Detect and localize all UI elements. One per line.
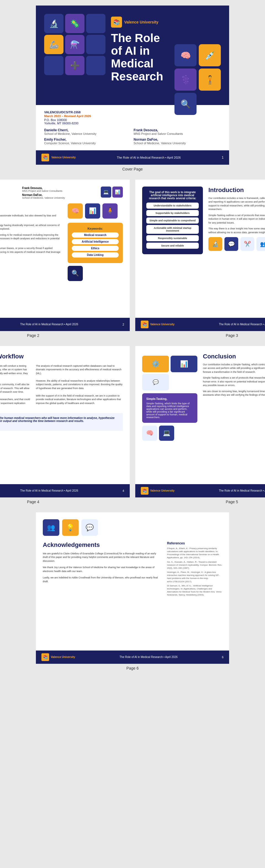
header-chart-icon: 📊 xyxy=(112,187,123,197)
magnifier-icon: 🔍 xyxy=(174,93,197,115)
footer-logo: 📚 Valence University xyxy=(41,154,76,161)
p6-top-icons: 👥 💡 💬 xyxy=(43,519,222,536)
page2-header: Danielle Cherri, School of Medicine, Val… xyxy=(0,187,123,199)
page5-content: ⚙️ 📊 💬 Simple-Tasking, Simple-Tasking, w… xyxy=(135,346,265,484)
author-4: Norman DaFoe, School of Medicine, Valenc… xyxy=(134,137,221,145)
plus-icon: ➕ xyxy=(65,56,85,75)
caduceus-icon: ⚕️ xyxy=(174,68,197,91)
page5-wrapper: ⚙️ 📊 💬 Simple-Tasking, Simple-Tasking, w… xyxy=(135,346,265,504)
page6-footer: 📚 Valence University The Role of AI in M… xyxy=(36,651,229,664)
page6-content: 👥 💡 💬 Acknowledgements We are grateful t… xyxy=(36,513,229,651)
criteria-5: Responsibly sustainable xyxy=(146,235,199,241)
robot-arm-icon: 🦾 xyxy=(44,35,64,54)
p3-footer-logo-icon: 📚 xyxy=(141,320,148,328)
simple-tasking-box: Simple-Tasking, Simple-Tasking, which li… xyxy=(142,393,197,423)
p2-search-icon: 🔍 xyxy=(68,266,83,281)
p6-icon-3: 💬 xyxy=(81,519,98,536)
empty-tile xyxy=(86,14,105,33)
workflow-quote: " We see AI as a means to bolster the hu… xyxy=(0,413,123,431)
workflow-para4: However, the ability of medical research… xyxy=(36,379,123,391)
goal-section: The goal of this work is to integrate ar… xyxy=(142,187,203,257)
ack-layout: Acknowledgements We are grateful to Clai… xyxy=(43,541,222,598)
workflow-para6: With the support of AI in the field of m… xyxy=(36,394,123,405)
p5-top-icons: ⚙️ 📊 💬 xyxy=(142,355,197,391)
abstract-para3: There are many benefits to developing an… xyxy=(0,233,62,245)
page6-wrapper: 👥 💡 💬 Acknowledgements We are grateful t… xyxy=(36,513,229,671)
p5-footer-title: The Role of AI in Medical Research • Apr… xyxy=(219,489,265,492)
footer-logo-icon: 📚 xyxy=(41,154,49,161)
p2-icons: 🧠 📊 🧍 xyxy=(68,204,123,219)
university-name: Valence University xyxy=(124,20,159,25)
cover-icons-grid: 🔬 🦠 🦾 ⚗️ ➕ xyxy=(44,14,105,83)
author-3: Emily Fischer, Computer Science, Valence… xyxy=(44,137,131,145)
page2: Danielle Cherri, School of Medicine, Val… xyxy=(0,180,130,331)
page2-wrapper: Danielle Cherri, School of Medicine, Val… xyxy=(0,180,130,338)
conclusion-para1: Our contribution includes a Simple-Taski… xyxy=(203,363,265,374)
keyword-2: Artificial Intelligence xyxy=(72,239,119,244)
page3-label: Page 3 xyxy=(226,333,238,338)
criteria-3: Simple and explainable to comprehend xyxy=(146,217,199,223)
conclusion-section: Conclusion Our contribution includes a S… xyxy=(203,353,265,441)
abstract-title: Abstract xyxy=(0,204,62,211)
conclusion-para2: Simple-Tasking outlines a set of protoco… xyxy=(203,376,265,388)
intro-icon-3: ✂️ xyxy=(240,237,254,251)
intro-para1: Our contribution includes a new AI frame… xyxy=(208,196,265,211)
reference-2: Ge, S., Hussain, A., Hallam, R.: Toward … xyxy=(167,560,222,570)
abstract-para2: Reflecting on recent years, with researc… xyxy=(0,223,62,231)
keywords-section: 🧠 📊 🧍 Keywords: Medical research Artific… xyxy=(68,204,123,281)
simple-tasking-title: Simple-Tasking, xyxy=(146,397,193,400)
ack-title: Acknowledgements xyxy=(43,541,162,549)
p5-laptop-icon: 💻 xyxy=(159,426,174,441)
doc-address: P.O. Box 108000 Yorkville, MT 06000-8200 xyxy=(44,118,221,125)
keyword-1: Medical research xyxy=(72,232,119,238)
ack-section: Acknowledgements We are grateful to Clai… xyxy=(43,541,162,598)
page3: The goal of this work is to integrate ar… xyxy=(135,180,265,331)
cover-footer: 📚 Valence University The Role of AI in M… xyxy=(36,150,229,165)
p6-footer-logo: 📚 Valence University xyxy=(41,653,75,661)
p5-footer-logo-icon: 📚 xyxy=(141,487,148,495)
cover-right-icons: 🧠 💉 ⚕️ 🧍 🔍 xyxy=(174,44,221,115)
p5-bottom-icons: 🧠 💻 xyxy=(142,426,197,441)
intro-icons: 🔬 💬 ✂️ 👥 xyxy=(208,237,265,251)
footer-doc-title: The Role of AI in Medical Research • Apr… xyxy=(117,156,180,159)
p2-footer-page: 2 xyxy=(123,323,124,326)
p6-footer-title: The Role of AI in Medical Research • Apr… xyxy=(120,655,177,658)
workflow-para5: The concern is that AI may replace human… xyxy=(0,398,30,409)
page3-footer: 📚 Valence University The Role of AI in M… xyxy=(135,318,265,331)
page3-layout: The goal of this work is to integrate ar… xyxy=(142,187,265,257)
footer-university-name: Valence University xyxy=(51,156,76,159)
p3-footer-logo: 📚 Valence University xyxy=(141,320,174,328)
intro-para2: Simple-Tasking outlines a set of protoco… xyxy=(208,214,265,225)
intro-icon-4: 👥 xyxy=(257,237,265,251)
criteria-2: Supportable by stakeholders xyxy=(146,210,199,216)
empty3-tile xyxy=(44,56,64,75)
header-icons: 💻 📊 xyxy=(101,187,123,199)
workflow-col-left: To generate valid research from AI platf… xyxy=(0,364,30,409)
keyword-4: Data Linking xyxy=(72,252,119,257)
p3-footer-title: The Role of AI in Medical Research • Apr… xyxy=(219,323,265,326)
page4: Medical Research Workflow To generate va… xyxy=(0,346,130,497)
page4-wrapper: Medical Research Workflow To generate va… xyxy=(0,346,130,504)
empty2-tile xyxy=(86,35,105,54)
intro-icon-1: 🔬 xyxy=(208,237,222,251)
abstract-para1: Medical research is extensive, led by mi… xyxy=(0,214,62,221)
p6-icon-2: 💡 xyxy=(62,519,79,536)
intro-title: Introduction xyxy=(208,187,265,194)
p6-footer-uni: Valence University xyxy=(51,655,75,658)
pages-row-2-3: Danielle Cherri, School of Medicine, Val… xyxy=(0,180,265,338)
keyword-3: Ethics xyxy=(72,246,119,251)
intro-icon-2: 💬 xyxy=(224,237,238,251)
university-logo-icon: 📚 xyxy=(111,17,122,28)
criteria-1: Understandable to stakeholders xyxy=(146,203,199,209)
cover-top: 🔬 🦠 🦾 ⚗️ ➕ 📚 Valence University xyxy=(36,5,229,88)
page4-footer: 📚 Valence University The Role of AI in M… xyxy=(0,484,130,497)
page6-label: Page 6 xyxy=(126,666,139,671)
abstract-para4: Our intention is that AI may provide bou… xyxy=(0,247,62,258)
keywords-box: Keywords: Medical research Artificial In… xyxy=(68,223,123,263)
page2-content: Danielle Cherri, School of Medicine, Val… xyxy=(0,180,130,318)
p3-footer-uni: Valence University xyxy=(150,323,174,326)
author-2: Frank Desouza, MNS Project and Salvor Co… xyxy=(134,128,221,135)
page5-layout: ⚙️ 📊 💬 Simple-Tasking, Simple-Tasking, w… xyxy=(142,353,265,441)
p5-footer-logo: 📚 Valence University xyxy=(141,487,174,495)
main-container: 🔬 🦠 🦾 ⚗️ ➕ 📚 Valence University xyxy=(0,0,265,676)
